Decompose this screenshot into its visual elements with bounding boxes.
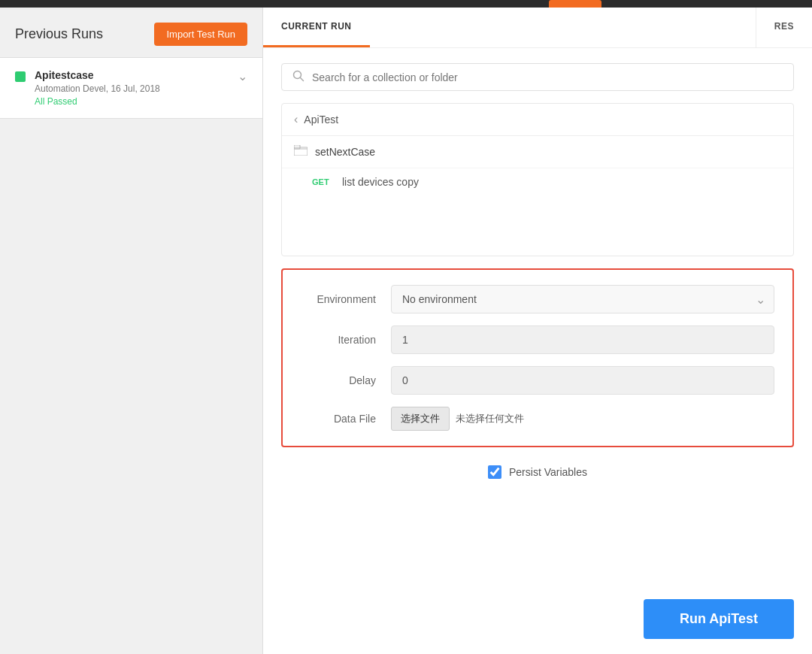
run-item-meta: Automation Devel, 16 Jul, 2018	[35, 83, 232, 94]
persist-variables-label: Persist Variables	[509, 466, 587, 478]
svg-line-1	[301, 78, 304, 81]
run-item-status: All Passed	[35, 96, 232, 107]
iteration-row: Iteration	[301, 325, 774, 354]
run-item-name: Apitestcase	[35, 69, 232, 81]
run-status-indicator	[15, 71, 26, 82]
iteration-input[interactable]	[391, 325, 774, 354]
delay-label: Delay	[301, 374, 376, 386]
search-box[interactable]	[281, 63, 794, 91]
back-icon: ‹	[294, 113, 298, 126]
folder-icon	[294, 145, 308, 159]
no-file-label: 未选择任何文件	[456, 412, 524, 425]
choose-file-button[interactable]: 选择文件	[391, 407, 450, 431]
collection-nav: ‹ ApiTest setNextCase GET list	[281, 103, 794, 256]
folder-item[interactable]: setNextCase	[282, 136, 793, 168]
run-apitest-button[interactable]: Run ApiTest	[644, 599, 794, 639]
data-file-row: Data File 选择文件 未选择任何文件	[301, 407, 774, 431]
delay-row: Delay	[301, 366, 774, 395]
sidebar-title: Previous Runs	[15, 26, 103, 42]
environment-select-wrapper: No environment ⌄	[391, 285, 774, 313]
sidebar-header: Previous Runs Import Test Run	[0, 8, 262, 58]
folder-name: setNextCase	[315, 146, 375, 158]
sidebar: Previous Runs Import Test Run Apitestcas…	[0, 8, 263, 654]
environment-select[interactable]: No environment	[391, 285, 774, 313]
endpoint-name: list devices copy	[342, 176, 419, 188]
import-test-run-button[interactable]: Import Test Run	[154, 23, 247, 46]
persist-variables-checkbox[interactable]	[488, 465, 501, 479]
method-badge: GET	[312, 177, 335, 186]
search-icon	[292, 70, 304, 84]
panel-header: CURRENT RUN RES	[263, 8, 812, 48]
collection-back[interactable]: ‹ ApiTest	[282, 104, 793, 136]
settings-panel: Environment No environment ⌄ Iteration	[281, 268, 794, 447]
iteration-label: Iteration	[301, 334, 376, 346]
tab-current-run[interactable]: CURRENT RUN	[263, 8, 370, 47]
collection-name: ApiTest	[304, 114, 338, 126]
persist-row: Persist Variables	[281, 459, 794, 485]
panel-body: ‹ ApiTest setNextCase GET list	[263, 48, 812, 584]
delay-input[interactable]	[391, 366, 774, 395]
tab-res[interactable]: RES	[756, 8, 812, 47]
run-item[interactable]: Apitestcase Automation Devel, 16 Jul, 20…	[0, 58, 262, 119]
data-file-label: Data File	[301, 413, 376, 425]
environment-row: Environment No environment ⌄	[301, 285, 774, 313]
run-button-area: Run ApiTest	[263, 584, 812, 654]
search-input[interactable]	[312, 71, 783, 83]
environment-label: Environment	[301, 293, 376, 305]
run-item-content: Apitestcase Automation Devel, 16 Jul, 20…	[35, 69, 232, 107]
endpoint-item[interactable]: GET list devices copy	[282, 168, 793, 195]
chevron-down-icon: ⌄	[238, 69, 247, 83]
data-file-input-row: 选择文件 未选择任何文件	[391, 407, 524, 431]
right-panel: CURRENT RUN RES ‹ ApiTest	[263, 8, 812, 654]
